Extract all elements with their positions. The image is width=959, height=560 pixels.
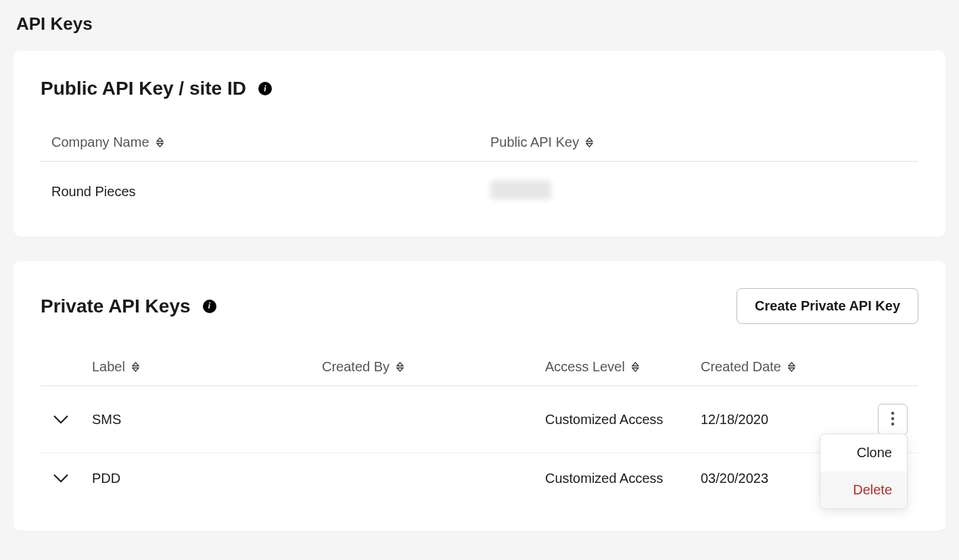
private-section-title: Private API Keys xyxy=(41,296,191,317)
cell-public-api-key xyxy=(479,162,918,210)
private-api-card: Private API Keys i Create Private API Ke… xyxy=(14,261,945,531)
sort-icon xyxy=(132,362,139,372)
public-section-title: Public API Key / site ID xyxy=(41,78,246,99)
column-label: Created By xyxy=(322,359,390,375)
cell-access-level: Customized Access xyxy=(534,453,690,505)
row-actions-menu: Clone Delete xyxy=(820,434,908,509)
column-public-api-key[interactable]: Public API Key xyxy=(479,126,918,162)
column-label: Access Level xyxy=(545,359,625,375)
sort-icon xyxy=(396,362,404,372)
menu-item-clone[interactable]: Clone xyxy=(820,434,907,471)
cell-created-by xyxy=(311,386,534,453)
private-api-table: Label Created By xyxy=(41,351,918,504)
table-row: SMS Customized Access 12/18/2020 xyxy=(41,386,918,453)
cell-label: PDD xyxy=(81,453,311,505)
cell-access-level: Customized Access xyxy=(534,386,690,453)
column-actions xyxy=(867,351,918,386)
redacted-key xyxy=(490,181,551,200)
svg-point-1 xyxy=(891,417,895,420)
menu-item-delete[interactable]: Delete xyxy=(820,471,907,509)
chevron-down-icon[interactable] xyxy=(53,412,69,427)
cell-company-name: Round Pieces xyxy=(41,162,479,210)
column-label: Company Name xyxy=(51,135,149,150)
public-card-header: Public API Key / site ID i xyxy=(41,78,918,99)
column-created-by-header[interactable]: Created By xyxy=(311,351,534,386)
public-api-card: Public API Key / site ID i Company Name xyxy=(14,51,945,237)
info-icon[interactable]: i xyxy=(258,82,272,95)
kebab-icon xyxy=(891,411,895,428)
cell-label: SMS xyxy=(81,386,311,453)
column-created-date-header[interactable]: Created Date xyxy=(690,351,867,386)
table-row: Round Pieces xyxy=(41,162,918,210)
page-title: API Keys xyxy=(16,14,945,34)
sort-icon xyxy=(586,137,593,147)
svg-point-2 xyxy=(891,422,895,425)
sort-icon xyxy=(156,137,164,147)
sort-icon xyxy=(632,362,639,372)
public-api-table: Company Name Public API Key xyxy=(41,126,918,210)
column-label: Label xyxy=(92,359,125,375)
row-actions-button[interactable] xyxy=(878,404,908,435)
column-label-header[interactable]: Label xyxy=(81,351,311,386)
svg-point-0 xyxy=(891,411,895,415)
private-card-header: Private API Keys i Create Private API Ke… xyxy=(41,288,918,324)
cell-created-by xyxy=(311,453,534,505)
column-company-name[interactable]: Company Name xyxy=(41,126,479,162)
column-label: Public API Key xyxy=(490,135,579,150)
chevron-down-icon[interactable] xyxy=(53,471,69,486)
sort-icon xyxy=(788,362,795,372)
table-row: PDD Customized Access 03/20/2023 xyxy=(41,453,918,505)
info-icon[interactable]: i xyxy=(203,300,216,313)
column-access-level-header[interactable]: Access Level xyxy=(534,351,690,386)
column-expand xyxy=(41,351,81,386)
create-private-api-key-button[interactable]: Create Private API Key xyxy=(736,288,918,324)
column-label: Created Date xyxy=(701,359,781,375)
